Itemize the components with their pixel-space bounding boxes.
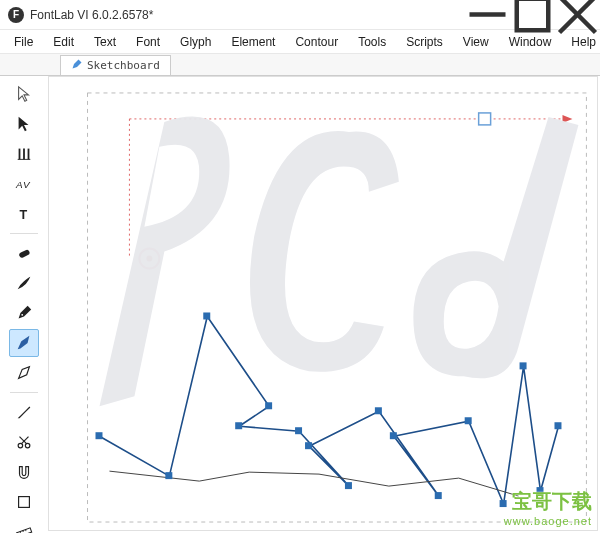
toolbar-separator bbox=[10, 392, 38, 393]
tabbar: Sketchboard bbox=[0, 54, 600, 76]
svg-rect-34 bbox=[295, 427, 302, 434]
canvas[interactable] bbox=[48, 76, 598, 531]
menu-edit[interactable]: Edit bbox=[43, 32, 84, 52]
tab-label: Sketchboard bbox=[87, 59, 160, 72]
svg-rect-41 bbox=[500, 500, 507, 507]
glyph-shapes bbox=[99, 117, 578, 407]
menu-font[interactable]: Font bbox=[126, 32, 170, 52]
brush-tool[interactable] bbox=[9, 269, 39, 297]
pen-icon bbox=[71, 58, 83, 73]
close-button[interactable] bbox=[555, 0, 600, 30]
menu-help[interactable]: Help bbox=[561, 32, 600, 52]
svg-rect-42 bbox=[520, 362, 527, 369]
shape-tool[interactable] bbox=[9, 488, 39, 516]
metrics-tool[interactable] bbox=[9, 140, 39, 168]
minimize-button[interactable] bbox=[465, 0, 510, 30]
svg-rect-40 bbox=[465, 417, 472, 424]
svg-rect-37 bbox=[375, 407, 382, 414]
magnet-tool[interactable] bbox=[9, 458, 39, 486]
menu-file[interactable]: File bbox=[4, 32, 43, 52]
svg-rect-18 bbox=[17, 528, 32, 533]
svg-rect-29 bbox=[96, 432, 103, 439]
text-tool[interactable]: T bbox=[9, 200, 39, 228]
rapid-pen-tool[interactable] bbox=[9, 329, 39, 357]
calligraphy-tool[interactable] bbox=[9, 359, 39, 387]
svg-point-14 bbox=[25, 443, 30, 448]
svg-point-12 bbox=[21, 314, 23, 316]
toolbar-separator bbox=[10, 233, 38, 234]
eraser-tool[interactable] bbox=[9, 239, 39, 267]
menubar: File Edit Text Font Glyph Element Contou… bbox=[0, 30, 600, 54]
window-title: FontLab VI 6.0.2.6578* bbox=[30, 8, 465, 22]
svg-rect-28 bbox=[479, 113, 491, 125]
toolbar: AV T bbox=[4, 80, 44, 533]
measure-tool[interactable] bbox=[9, 518, 39, 533]
svg-point-13 bbox=[18, 443, 23, 448]
menu-contour[interactable]: Contour bbox=[285, 32, 348, 52]
menu-scripts[interactable]: Scripts bbox=[396, 32, 453, 52]
menu-glyph[interactable]: Glyph bbox=[170, 32, 221, 52]
svg-rect-35 bbox=[345, 482, 352, 489]
svg-rect-38 bbox=[435, 492, 442, 499]
svg-text:V: V bbox=[23, 179, 31, 190]
app-icon: F bbox=[8, 7, 24, 23]
select-tool[interactable] bbox=[9, 80, 39, 108]
menu-element[interactable]: Element bbox=[221, 32, 285, 52]
svg-rect-17 bbox=[19, 497, 30, 508]
svg-rect-33 bbox=[235, 422, 242, 429]
svg-rect-32 bbox=[265, 402, 272, 409]
menu-text[interactable]: Text bbox=[84, 32, 126, 52]
scissors-tool[interactable] bbox=[9, 428, 39, 456]
menu-view[interactable]: View bbox=[453, 32, 499, 52]
titlebar: F FontLab VI 6.0.2.6578* bbox=[0, 0, 600, 30]
svg-rect-43 bbox=[537, 487, 544, 494]
menu-window[interactable]: Window bbox=[499, 32, 562, 52]
menu-tools[interactable]: Tools bbox=[348, 32, 396, 52]
knife-tool[interactable] bbox=[9, 398, 39, 426]
svg-rect-44 bbox=[554, 422, 561, 429]
svg-text:T: T bbox=[20, 208, 28, 222]
svg-rect-1 bbox=[517, 0, 549, 30]
svg-rect-36 bbox=[305, 442, 312, 449]
tab-sketchboard[interactable]: Sketchboard bbox=[60, 55, 171, 75]
svg-text:A: A bbox=[15, 179, 23, 190]
svg-rect-39 bbox=[390, 432, 397, 439]
svg-rect-30 bbox=[165, 472, 172, 479]
maximize-button[interactable] bbox=[510, 0, 555, 30]
pen-tool[interactable] bbox=[9, 299, 39, 327]
svg-rect-31 bbox=[203, 312, 210, 319]
direct-select-tool[interactable] bbox=[9, 110, 39, 138]
svg-rect-11 bbox=[18, 249, 30, 258]
kerning-tool[interactable]: AV bbox=[9, 170, 39, 198]
